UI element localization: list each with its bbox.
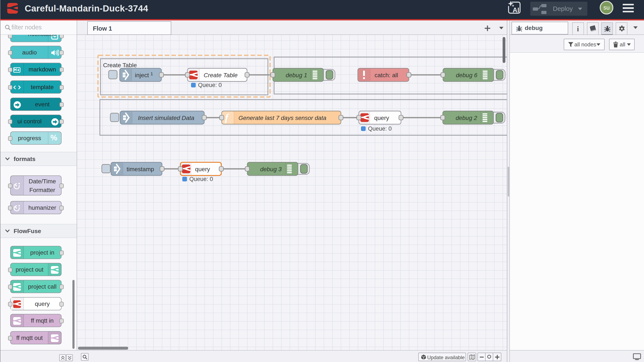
svg-text:query: query <box>195 166 210 173</box>
svg-text:Queue: 0: Queue: 0 <box>189 176 213 182</box>
svg-text:Queue: 0: Queue: 0 <box>198 82 222 88</box>
svg-text:debug 3: debug 3 <box>260 166 282 173</box>
svg-text:Queue: 0: Queue: 0 <box>368 126 392 132</box>
svg-text:Insert simulated Data: Insert simulated Data <box>138 115 194 121</box>
svg-text:Create Table: Create Table <box>204 72 238 78</box>
svg-text:debug 6: debug 6 <box>456 72 478 78</box>
svg-text:Create Table: Create Table <box>103 62 137 68</box>
svg-text:inject 1: inject 1 <box>135 71 153 78</box>
svg-text:query: query <box>374 115 389 121</box>
svg-text:AI: AI <box>512 6 519 14</box>
svg-text:catch: all: catch: all <box>374 72 398 78</box>
svg-text:timestamp: timestamp <box>126 166 154 173</box>
svg-text:debug 2: debug 2 <box>456 115 477 121</box>
svg-text:Generate last 7 days sensor da: Generate last 7 days sensor data <box>238 115 326 121</box>
svg-text:debug 1: debug 1 <box>286 72 307 78</box>
